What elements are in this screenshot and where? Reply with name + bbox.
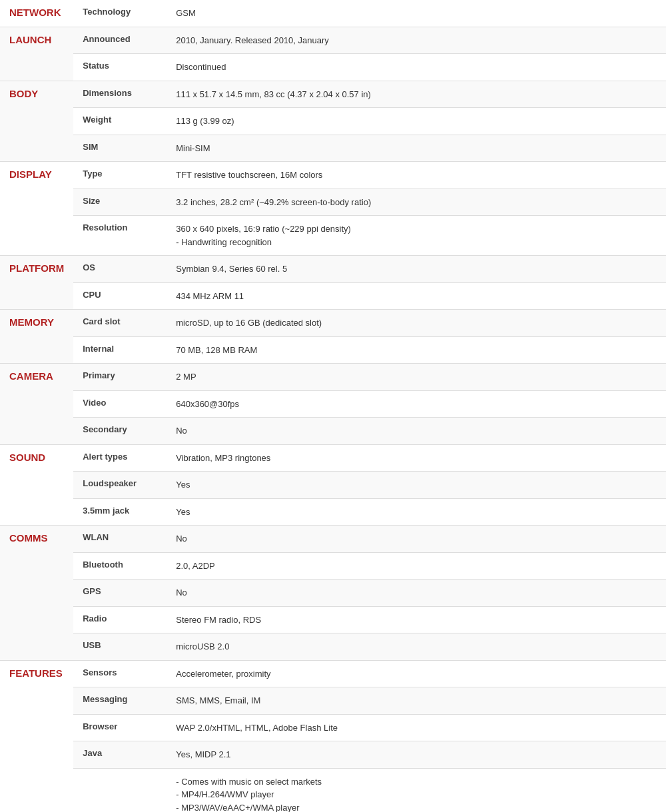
label-cell: Secondary — [73, 418, 166, 445]
table-row: SIMMini-SIM — [0, 135, 666, 162]
value-cell: Mini-SIM — [166, 135, 666, 162]
category-cell: SOUND — [0, 444, 73, 526]
label-cell: Video — [73, 390, 166, 418]
label-cell: Messaging — [73, 687, 166, 715]
label-cell: Browser — [73, 714, 166, 741]
table-row: - Comes with music on select markets- MP… — [0, 768, 666, 812]
label-cell: OS — [73, 256, 166, 283]
table-row: MessagingSMS, MMS, Email, IM — [0, 687, 666, 715]
table-row: FEATURESSensorsAccelerometer, proximity — [0, 660, 666, 687]
category-cell: NETWORK — [0, 0, 73, 27]
table-row: Bluetooth2.0, A2DP — [0, 552, 666, 580]
value-cell: 434 MHz ARM 11 — [166, 282, 666, 310]
label-cell: Bluetooth — [73, 552, 166, 580]
table-row: USBmicroUSB 2.0 — [0, 633, 666, 661]
table-row: Video640x360@30fps — [0, 390, 666, 418]
value-cell: Accelerometer, proximity — [166, 660, 666, 687]
label-cell: Primary — [73, 364, 166, 391]
table-row: LAUNCHAnnounced2010, January. Released 2… — [0, 27, 666, 54]
table-row: JavaYes, MIDP 2.1 — [0, 741, 666, 769]
label-cell: Java — [73, 741, 166, 769]
category-cell: DISPLAY — [0, 162, 73, 256]
label-cell: Resolution — [73, 216, 166, 256]
label-cell: Technology — [73, 0, 166, 27]
table-row: GPSNo — [0, 580, 666, 607]
value-cell: Stereo FM radio, RDS — [166, 606, 666, 633]
table-row: Resolution360 x 640 pixels, 16:9 ratio (… — [0, 216, 666, 256]
label-cell: Status — [73, 54, 166, 81]
value-cell: 2 MP — [166, 364, 666, 391]
value-cell: 640x360@30fps — [166, 390, 666, 418]
value-cell: 2010, January. Released 2010, January — [166, 27, 666, 54]
label-cell: Dimensions — [73, 81, 166, 108]
label-cell: Size — [73, 189, 166, 216]
table-row: NETWORKTechnologyGSM — [0, 0, 666, 27]
value-cell: No — [166, 418, 666, 445]
label-cell: Sensors — [73, 660, 166, 687]
label-cell: Type — [73, 162, 166, 189]
label-cell: GPS — [73, 580, 166, 607]
value-cell: - Comes with music on select markets- MP… — [166, 768, 666, 812]
table-row: SOUNDAlert typesVibration, MP3 ringtones — [0, 444, 666, 472]
table-row: BODYDimensions111 x 51.7 x 14.5 mm, 83 c… — [0, 81, 666, 108]
value-cell: microSD, up to 16 GB (dedicated slot) — [166, 310, 666, 337]
table-row: DISPLAYTypeTFT resistive touchscreen, 16… — [0, 162, 666, 189]
table-row: MEMORYCard slotmicroSD, up to 16 GB (ded… — [0, 310, 666, 337]
category-cell: COMMS — [0, 526, 73, 661]
table-row: Internal70 MB, 128 MB RAM — [0, 336, 666, 364]
label-cell: 3.5mm jack — [73, 498, 166, 526]
table-row: StatusDiscontinued — [0, 54, 666, 81]
table-row: PLATFORMOSSymbian 9.4, Series 60 rel. 5 — [0, 256, 666, 283]
label-cell: CPU — [73, 282, 166, 310]
value-cell: Discontinued — [166, 54, 666, 81]
table-row: 3.5mm jackYes — [0, 498, 666, 526]
table-row: RadioStereo FM radio, RDS — [0, 606, 666, 633]
value-cell: 70 MB, 128 MB RAM — [166, 336, 666, 364]
value-cell: 2.0, A2DP — [166, 552, 666, 580]
table-row: COMMSWLANNo — [0, 526, 666, 553]
value-cell: Yes — [166, 498, 666, 526]
label-cell — [73, 768, 166, 812]
label-cell: Loudspeaker — [73, 472, 166, 499]
table-row: BrowserWAP 2.0/xHTML, HTML, Adobe Flash … — [0, 714, 666, 741]
label-cell: Weight — [73, 108, 166, 135]
value-cell: 111 x 51.7 x 14.5 mm, 83 cc (4.37 x 2.04… — [166, 81, 666, 108]
spec-table: NETWORKTechnologyGSMLAUNCHAnnounced2010,… — [0, 0, 666, 812]
table-row: Weight113 g (3.99 oz) — [0, 108, 666, 135]
label-cell: WLAN — [73, 526, 166, 553]
table-row: CPU434 MHz ARM 11 — [0, 282, 666, 310]
value-cell: Vibration, MP3 ringtones — [166, 444, 666, 472]
category-cell: MEMORY — [0, 310, 73, 364]
value-cell: No — [166, 580, 666, 607]
table-row: Size3.2 inches, 28.2 cm² (~49.2% screen-… — [0, 189, 666, 216]
label-cell: Card slot — [73, 310, 166, 337]
value-cell: SMS, MMS, Email, IM — [166, 687, 666, 715]
value-cell: 3.2 inches, 28.2 cm² (~49.2% screen-to-b… — [166, 189, 666, 216]
label-cell: Alert types — [73, 444, 166, 472]
value-cell: microUSB 2.0 — [166, 633, 666, 661]
value-cell: GSM — [166, 0, 666, 27]
label-cell: Internal — [73, 336, 166, 364]
label-cell: Radio — [73, 606, 166, 633]
value-cell: Symbian 9.4, Series 60 rel. 5 — [166, 256, 666, 283]
category-cell: PLATFORM — [0, 256, 73, 310]
label-cell: SIM — [73, 135, 166, 162]
category-cell: BODY — [0, 81, 73, 162]
label-cell: USB — [73, 633, 166, 661]
value-cell: WAP 2.0/xHTML, HTML, Adobe Flash Lite — [166, 714, 666, 741]
value-cell: TFT resistive touchscreen, 16M colors — [166, 162, 666, 189]
value-cell: Yes — [166, 472, 666, 499]
table-row: LoudspeakerYes — [0, 472, 666, 499]
table-row: CAMERAPrimary2 MP — [0, 364, 666, 391]
value-cell: No — [166, 526, 666, 553]
value-cell: 360 x 640 pixels, 16:9 ratio (~229 ppi d… — [166, 216, 666, 256]
category-cell: LAUNCH — [0, 27, 73, 81]
value-cell: 113 g (3.99 oz) — [166, 108, 666, 135]
category-cell: CAMERA — [0, 364, 73, 445]
table-row: SecondaryNo — [0, 418, 666, 445]
category-cell: FEATURES — [0, 660, 73, 812]
value-cell: Yes, MIDP 2.1 — [166, 741, 666, 769]
label-cell: Announced — [73, 27, 166, 54]
